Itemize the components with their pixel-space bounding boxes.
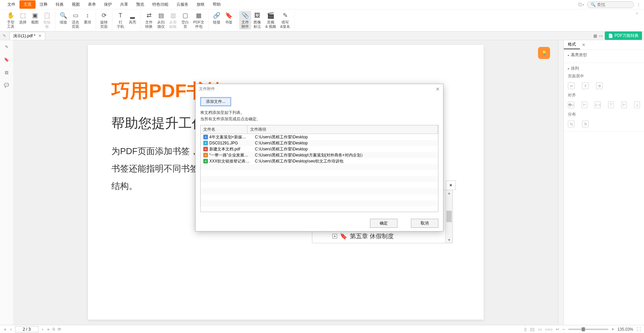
tips-bulb-button[interactable]: 💡 (538, 47, 550, 59)
ribbon-链接[interactable]: 🔗链接 (211, 11, 223, 25)
ribbon-图像标注[interactable]: 🖼图像 标注 (251, 11, 263, 29)
menu-表单[interactable]: 表单 (84, 0, 100, 9)
ribbon-适合页面[interactable]: ▭适合 页面 (69, 11, 82, 29)
center-both-icon[interactable]: ⊕ (596, 82, 603, 89)
ribbon-高亮[interactable]: ▂高亮 (126, 11, 139, 25)
expand-icon[interactable]: + (332, 234, 337, 239)
align-center-icon[interactable]: ⊢ (582, 102, 587, 108)
ribbon-空白页[interactable]: ▢空白 页 (179, 11, 191, 29)
dialog-close-icon[interactable]: ✕ (436, 86, 440, 92)
ribbon-音频& 视频[interactable]: 🎬音频 & 视频 (263, 11, 278, 29)
column-filepath[interactable]: 文件路径 (248, 125, 438, 134)
close-icon[interactable]: ✕ (582, 43, 585, 47)
grid-view-icon[interactable]: ▦ (593, 34, 597, 38)
panel-scrollbar[interactable]: ▴ ▾ (445, 190, 452, 243)
ribbon-PDF文件包[interactable]: ▦PDF文 件包 (191, 11, 206, 29)
vertical-scrollbar[interactable] (558, 40, 564, 325)
zoom-in-icon[interactable]: + (612, 327, 614, 332)
align-middle-icon[interactable]: ⊢ (621, 102, 627, 108)
ribbon-collapse-icon[interactable]: ⌃ (633, 11, 641, 18)
ribbon-重排[interactable]: ↕重排 (82, 11, 94, 25)
ribbon-旋转页面[interactable]: ⟳旋转 页面 (98, 11, 110, 29)
document-tab[interactable]: 演示(1).pdf * ✕ (9, 32, 45, 40)
align-top-icon[interactable]: ⊤ (608, 102, 614, 108)
file-row[interactable]: •4年文案策划+新媒…C:\Users\黑框工作室\Desktop (201, 134, 438, 140)
ribbon-书签[interactable]: 🔖书签 (223, 11, 235, 25)
fullscreen-icon[interactable]: ⛶ (637, 327, 641, 332)
copy-icon[interactable]: ⎘ (53, 327, 55, 332)
edit-icon[interactable]: ✎ (3, 34, 6, 38)
continuous-icon[interactable]: ▯▯ (530, 327, 535, 332)
ribbon-选择[interactable]: ⬚选择 (17, 11, 29, 25)
page-number-input[interactable] (15, 326, 39, 332)
search-box[interactable]: 🔍 (587, 1, 634, 8)
section-arrange[interactable]: 排列 (568, 66, 640, 71)
scroll-up-icon[interactable]: ▴ (447, 190, 451, 196)
page-view-icon[interactable]: ▭ (599, 34, 603, 38)
file-row[interactable]: •新建文本文档.pdfC:\Users\黑框工作室\Desktop (201, 146, 438, 152)
menu-放映[interactable]: 放映 (193, 0, 209, 9)
ribbon-剪贴板[interactable]: 📋剪贴 板 (41, 11, 53, 29)
menu-云服务[interactable]: 云服务 (172, 0, 193, 9)
pdf-convert-button[interactable]: 📄 PDF万能转换 (605, 31, 642, 40)
align-bottom-icon[interactable]: ⊥ (634, 102, 640, 108)
view-mode-icon[interactable]: ⿻▾ (578, 2, 584, 7)
ribbon-缩放[interactable]: 🔍缩放 (57, 11, 69, 25)
bookmark-icon[interactable]: 🔖 (3, 56, 10, 63)
align-left-icon[interactable]: �« (568, 102, 574, 108)
menu-文件[interactable]: 文件 (3, 0, 19, 9)
close-icon[interactable]: ✕ (38, 34, 42, 38)
center-v-icon[interactable]: ⇕ (582, 82, 589, 89)
file-row[interactable]: •XXX软文链接登记表…C:\Users\黑框工作室\Desktop\seo软文… (201, 158, 438, 164)
zoom-out-icon[interactable]: − (562, 327, 565, 332)
scroll-down-icon[interactable]: ▾ (447, 237, 451, 243)
wrap-icon[interactable]: ↩ (556, 327, 559, 332)
section-highlight-type[interactable]: 高亮类型 (568, 52, 640, 58)
ribbon-截图[interactable]: ▣截图 (29, 11, 41, 25)
center-h-icon[interactable]: ⇔ (568, 82, 575, 89)
menu-特色功能[interactable]: 特色功能 (148, 0, 172, 9)
ribbon-从剪贴板[interactable]: ▥从剪 贴板 (167, 11, 179, 29)
format-tab[interactable]: 格式 (564, 40, 580, 49)
align-right-icon[interactable]: »⊣ (595, 102, 601, 108)
ribbon-文件转换[interactable]: ⇄文件 转换 (143, 11, 155, 29)
ribbon-从扫描仪[interactable]: ▤从扫 描仪 (155, 11, 167, 29)
single-page-icon[interactable]: ▯ (524, 327, 527, 332)
ok-button[interactable]: 确定 (370, 219, 397, 228)
search-input[interactable] (597, 2, 631, 7)
menu-注释[interactable]: 注释 (36, 0, 52, 9)
zoom-value[interactable]: 135.03% (618, 327, 633, 332)
prev-page-icon[interactable]: ‹ (10, 327, 12, 332)
comment-icon[interactable]: 💬 (3, 82, 10, 88)
bookmark-item[interactable]: + 🔖 第五章 休假制度 (332, 232, 424, 240)
distribute-v-icon[interactable]: ⇅ (582, 121, 589, 127)
menu-保护[interactable]: 保护 (100, 0, 116, 9)
clipboard-icon[interactable]: ▤ (3, 69, 10, 76)
menu-帮助[interactable]: 帮助 (209, 0, 225, 9)
two-page-icon[interactable]: ▭ (538, 327, 542, 332)
ribbon-填写&签名[interactable]: ✎填写 &签名 (278, 11, 292, 29)
ribbon-手型工具[interactable]: ✋手型 工具 (5, 11, 17, 29)
last-page-icon[interactable]: » (47, 327, 50, 332)
menu-主页[interactable]: 主页 (19, 0, 36, 9)
file-row[interactable]: •DSC01291.JPGC:\Users\黑框工作室\Desktop (201, 140, 438, 146)
menu-转换[interactable]: 转换 (52, 0, 68, 9)
ribbon-打字机[interactable]: T打 字机 (114, 11, 126, 29)
add-file-button[interactable]: 添加文件... (200, 97, 231, 106)
ribbon-文件附件[interactable]: 📎文件 附件 (239, 11, 251, 29)
pencil-icon[interactable]: ✎ (3, 44, 10, 50)
next-page-icon[interactable]: › (41, 327, 44, 332)
file-row[interactable]: •“一带一路”企业发展…C:\Users\黑框工作室\Desktop\方案策划(… (201, 152, 438, 158)
more-icon[interactable]: ⋮ (637, 2, 641, 7)
menu-视图[interactable]: 视图 (68, 0, 84, 9)
scroll-thumb[interactable] (446, 211, 452, 222)
cancel-button[interactable]: 取消 (411, 219, 438, 228)
zoom-thumb[interactable] (582, 327, 585, 331)
rotate-icon[interactable]: ⟳ (58, 327, 61, 332)
panel-close-icon[interactable]: ✕ (446, 181, 456, 190)
distribute-h-icon[interactable]: ⇆ (568, 121, 575, 127)
menu-预览[interactable]: 预览 (132, 0, 148, 9)
first-page-icon[interactable]: « (3, 327, 7, 332)
book-view-icon[interactable]: ▭▭ (545, 327, 552, 332)
column-filename[interactable]: 文件名 (201, 125, 248, 134)
